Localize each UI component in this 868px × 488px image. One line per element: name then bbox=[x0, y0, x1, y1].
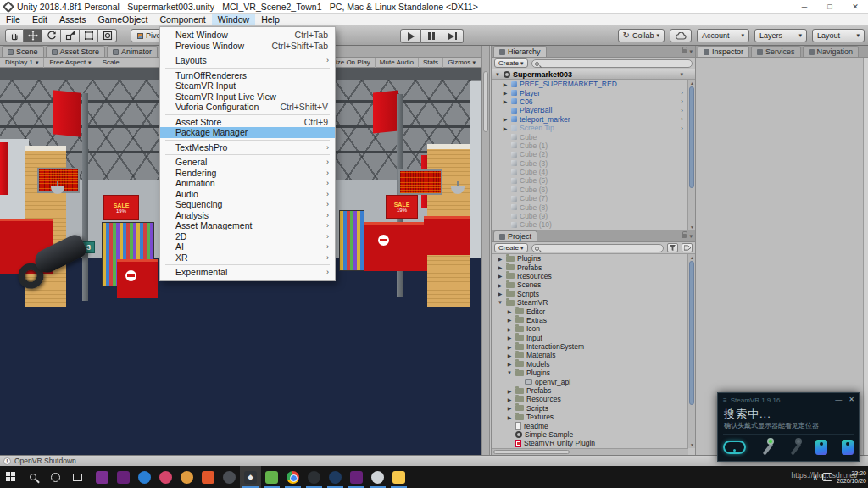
project-search-input[interactable] bbox=[531, 244, 664, 252]
menu-item-sequencing[interactable]: Sequencing› bbox=[160, 199, 335, 210]
menu-item-general[interactable]: General› bbox=[160, 157, 335, 168]
hierarchy-item-screen-tip[interactable]: ▶Screen Tip› bbox=[492, 124, 695, 132]
project-item-plugins[interactable]: ▶Plugins bbox=[492, 254, 695, 263]
project-item-plugins[interactable]: ▼Plugins bbox=[492, 369, 695, 377]
tray-clock[interactable]: 22:20 2020/10/20 bbox=[837, 469, 866, 485]
hierarchy-item-cube-3[interactable]: Cube (3) bbox=[492, 159, 695, 168]
scene-menu-icon[interactable]: ▾ bbox=[680, 71, 683, 77]
taskbar-dark-app[interactable] bbox=[303, 466, 325, 488]
project-item-textures[interactable]: ▶Textures bbox=[492, 413, 695, 421]
scale-tool-button[interactable] bbox=[61, 29, 80, 42]
lock-icon[interactable] bbox=[682, 49, 687, 53]
minimize-button[interactable]: ─ bbox=[792, 0, 817, 14]
project-item-scripts[interactable]: ▶Scripts bbox=[492, 404, 695, 413]
expand-icon[interactable]: ▼ bbox=[494, 72, 501, 77]
hierarchy-item-cube-4[interactable]: Cube (4) bbox=[492, 168, 695, 176]
collab-button[interactable]: ↻ Collab ▾ bbox=[618, 29, 665, 42]
project-item-interactionsystem[interactable]: ▶InteractionSystem bbox=[492, 342, 695, 351]
hamburger-menu-icon[interactable]: ≡ bbox=[723, 396, 727, 404]
tab-services[interactable]: Services bbox=[751, 46, 801, 57]
base-station-icon-1[interactable] bbox=[815, 440, 827, 455]
project-item-prefabs[interactable]: ▶Prefabs bbox=[492, 386, 695, 395]
hierarchy-item-playerball[interactable]: PlayerBall› bbox=[492, 106, 695, 114]
maximize-button[interactable]: □ bbox=[817, 0, 843, 14]
menu-assets[interactable]: Assets bbox=[53, 14, 92, 25]
project-item-materials[interactable]: ▶Materials bbox=[492, 351, 695, 359]
hand-tool-button[interactable] bbox=[5, 29, 24, 42]
lock-icon[interactable] bbox=[682, 234, 687, 238]
stats-button[interactable]: Stats bbox=[418, 58, 442, 68]
taskbar-green-app[interactable] bbox=[261, 466, 282, 488]
menu-gameobject[interactable]: GameObject bbox=[92, 14, 154, 25]
taskbar-edge-browser[interactable] bbox=[134, 466, 155, 488]
menu-window[interactable]: Window bbox=[212, 14, 255, 25]
prefab-chevron-icon[interactable]: › bbox=[681, 115, 683, 123]
display-dropdown[interactable]: Display 1 ▾ bbox=[0, 58, 44, 68]
rect-tool-button[interactable] bbox=[80, 29, 98, 42]
menu-item-steamvr-input-live-view[interactable]: SteamVR Input Live View bbox=[160, 92, 335, 103]
tab-navigation[interactable]: Navigation bbox=[803, 46, 860, 57]
transform-tool-button[interactable] bbox=[98, 29, 117, 42]
taskbar-steam[interactable] bbox=[325, 466, 346, 488]
project-item-scenes[interactable]: ▶Scenes bbox=[492, 280, 695, 289]
layers-dropdown[interactable]: Layers ▾ bbox=[754, 29, 807, 42]
project-hscrollbar[interactable] bbox=[492, 448, 688, 455]
game-panel-scrollbar[interactable] bbox=[481, 46, 490, 455]
project-item-models[interactable]: ▶Models bbox=[492, 360, 695, 369]
hierarchy-item-cube-1[interactable]: Cube (1) bbox=[492, 141, 695, 150]
pause-button[interactable] bbox=[421, 29, 442, 43]
hierarchy-item-cube-6[interactable]: Cube (6) bbox=[492, 186, 695, 194]
prefab-chevron-icon[interactable]: › bbox=[681, 107, 683, 114]
panel-menu-icon[interactable]: ▾ bbox=[689, 48, 693, 54]
taskbar-media-app[interactable] bbox=[219, 466, 240, 488]
scrollbar-thumb[interactable] bbox=[483, 71, 488, 132]
scrollbar-thumb[interactable] bbox=[493, 450, 570, 454]
taskbar-search-button[interactable] bbox=[22, 466, 44, 488]
tab-inspector[interactable]: Inspector bbox=[698, 46, 749, 57]
project-create-button[interactable]: Create ▾ bbox=[494, 243, 528, 252]
tab-project[interactable]: Project bbox=[493, 230, 537, 241]
project-item-extras[interactable]: ▶Extras bbox=[492, 316, 695, 324]
close-button[interactable]: ✕ bbox=[843, 0, 868, 14]
layout-dropdown[interactable]: Layout ▾ bbox=[812, 29, 865, 42]
rotate-tool-button[interactable] bbox=[42, 29, 61, 42]
project-item-editor[interactable]: ▶Editor bbox=[492, 307, 695, 315]
tab-hierarchy[interactable]: Hierarchy bbox=[493, 46, 547, 57]
hierarchy-item-cube-7[interactable]: Cube (7) bbox=[492, 194, 695, 202]
menu-item-vuforia-configuration[interactable]: Vuforia ConfigurationCtrl+Shift+V bbox=[160, 102, 335, 113]
taskbar-red-swirl-app[interactable] bbox=[155, 466, 176, 488]
scale-slider[interactable]: Scale bbox=[97, 58, 125, 68]
menu-item-previous-window[interactable]: Previous WindowCtrl+Shift+Tab bbox=[160, 41, 335, 52]
hierarchy-search-input[interactable] bbox=[531, 59, 693, 68]
account-dropdown[interactable]: Account ▾ bbox=[697, 29, 749, 42]
menu-item-package-manager[interactable]: Package Manager bbox=[160, 127, 335, 138]
play-button[interactable] bbox=[400, 29, 421, 43]
aspect-dropdown[interactable]: Free Aspect ▾ bbox=[44, 58, 97, 68]
menu-item-animation[interactable]: Animation› bbox=[160, 178, 335, 189]
tab-animator[interactable]: Animator bbox=[107, 46, 158, 57]
tray-chevron-up-icon[interactable]: ∧ bbox=[813, 474, 818, 481]
menu-component[interactable]: Component bbox=[153, 14, 211, 25]
menu-item-turnoffrenderers[interactable]: TurnOffRenderers bbox=[160, 70, 335, 81]
project-item-readme[interactable]: readme bbox=[492, 421, 695, 430]
menu-item-rendering[interactable]: Rendering› bbox=[160, 168, 335, 179]
step-button[interactable] bbox=[442, 29, 464, 43]
menu-file[interactable]: File bbox=[0, 14, 26, 25]
menu-item-xr[interactable]: XR› bbox=[160, 252, 335, 263]
search-by-type-button[interactable] bbox=[667, 243, 678, 252]
tab-scene[interactable]: Scene bbox=[2, 46, 44, 57]
controller-icon-inactive[interactable] bbox=[788, 438, 802, 457]
project-item-resources[interactable]: ▶Resources bbox=[492, 272, 695, 280]
hierarchy-item-cube-9[interactable]: Cube (9) bbox=[492, 212, 695, 220]
taskbar-visual-studio-2[interactable] bbox=[346, 466, 367, 488]
hierarchy-item-cube-5[interactable]: Cube (5) bbox=[492, 176, 695, 185]
menu-item-asset-store[interactable]: Asset StoreCtrl+9 bbox=[160, 117, 335, 128]
inspector-scrollbar[interactable] bbox=[863, 58, 868, 455]
hierarchy-item-c06[interactable]: ▶C06› bbox=[492, 97, 695, 106]
headset-icon[interactable] bbox=[723, 441, 746, 454]
taskbar-visual-studio[interactable] bbox=[113, 466, 134, 488]
scrollbar-thumb[interactable] bbox=[689, 86, 694, 188]
project-item-input[interactable]: ▶Input bbox=[492, 334, 695, 342]
menu-item-asset-management[interactable]: Asset Management› bbox=[160, 220, 335, 231]
taskbar-music-app[interactable] bbox=[92, 466, 113, 488]
